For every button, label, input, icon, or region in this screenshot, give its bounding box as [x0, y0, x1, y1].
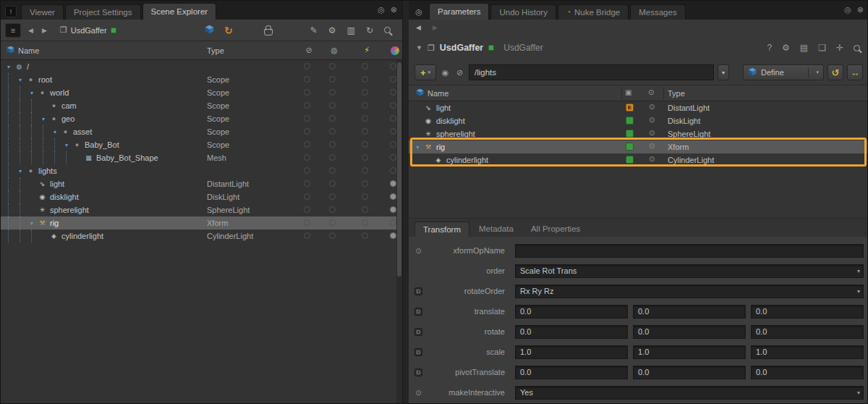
close-panel-icon[interactable]: ⊗	[391, 5, 397, 14]
tree-row-spherelight[interactable]: ✳spherelightSphereLight	[1, 203, 402, 216]
number-field[interactable]: 1.0	[633, 345, 746, 359]
number-field[interactable]: 0.0	[515, 325, 628, 339]
value-source-icon[interactable]: ⊙	[413, 389, 424, 397]
toggle-circle[interactable]	[329, 167, 336, 174]
comment-icon[interactable]: ❏	[818, 43, 826, 53]
connection-icon[interactable]: ⊙	[649, 155, 655, 163]
toggle-circle[interactable]	[390, 232, 396, 239]
toggle-circle[interactable]	[362, 102, 368, 109]
type-column-header[interactable]: Type	[207, 46, 224, 55]
color-column-icon[interactable]	[390, 46, 400, 56]
toggle-circle[interactable]	[362, 89, 368, 96]
number-field[interactable]: 0.0	[633, 305, 746, 319]
dropdown-field[interactable]: Scale Rot Trans▾	[515, 264, 864, 278]
toggle-circle[interactable]	[390, 206, 396, 213]
collapse-icon[interactable]: ▾	[27, 220, 37, 227]
collapse-icon[interactable]: ▾	[4, 64, 14, 70]
tree-row-baby-bot[interactable]: ▾●Baby_BotScope	[1, 138, 402, 151]
fit-width-button[interactable]: ↔	[847, 64, 863, 80]
state-badge[interactable]	[626, 143, 634, 151]
script-menu-icon[interactable]: ≡	[5, 23, 21, 38]
forward-icon[interactable]: ▶	[41, 27, 48, 34]
collapse-icon[interactable]: ▾	[50, 129, 60, 135]
toggle-circle[interactable]	[304, 76, 310, 83]
tree-row-asset[interactable]: ▾●assetScope	[1, 125, 402, 138]
toggle-circle[interactable]	[304, 141, 310, 148]
connection-icon[interactable]: ⊙	[649, 116, 655, 124]
default-badge[interactable]: D	[413, 368, 424, 376]
refresh-icon[interactable]: ↻	[366, 25, 373, 35]
toggle-circle[interactable]	[329, 154, 336, 161]
tab-messages[interactable]: Messages	[630, 4, 685, 20]
dropdown-field[interactable]: Rx Ry Rz▾	[515, 285, 864, 298]
search-icon[interactable]	[854, 45, 860, 51]
tree-row-disklight[interactable]: ◉disklightDiskLight	[1, 190, 402, 203]
connection-column-icon[interactable]: ⊙	[648, 88, 654, 96]
state-column-icon[interactable]: ▣	[625, 88, 631, 96]
tab-scene-explorer[interactable]: Scene Explorer	[142, 3, 217, 20]
text-field[interactable]	[515, 244, 864, 258]
connection-icon[interactable]: ⊙	[649, 142, 655, 150]
name-column-header[interactable]: Name	[18, 46, 39, 55]
type-column-header[interactable]: Type	[668, 89, 685, 98]
toggle-circle[interactable]	[329, 219, 336, 226]
tab-nuke-bridge[interactable]: ◔Nuke Bridge	[558, 4, 629, 20]
connection-icon[interactable]: ⊙	[649, 129, 655, 137]
toggle-circle[interactable]	[304, 180, 310, 187]
node-chip[interactable]: ❐ UsdGaffer	[60, 25, 116, 35]
default-badge[interactable]: D	[413, 348, 424, 356]
tree-scrollbar-thumb[interactable]	[397, 62, 401, 277]
number-field[interactable]: 1.0	[751, 345, 864, 359]
toggle-circle[interactable]	[362, 128, 368, 135]
toggle-circle[interactable]	[329, 232, 336, 239]
default-badge[interactable]: D	[413, 307, 424, 316]
collapse-icon[interactable]: ▾	[61, 142, 72, 148]
toggle-circle[interactable]	[390, 102, 396, 109]
toggle-circle[interactable]	[362, 167, 368, 174]
toggle-circle[interactable]	[390, 63, 396, 70]
toggle-circle[interactable]	[329, 128, 336, 135]
close-panel-icon[interactable]: ⊗	[857, 5, 864, 14]
property-tab-all-properties[interactable]: All Properties	[523, 222, 588, 237]
toggle-circle[interactable]	[390, 128, 396, 135]
toggle-circle[interactable]	[390, 154, 396, 161]
monitor-icon[interactable]: ▤	[800, 43, 808, 53]
default-badge[interactable]: D	[413, 287, 424, 295]
collapse-icon[interactable]: ▾	[15, 168, 25, 174]
toggle-circle[interactable]	[329, 89, 336, 96]
bucket-icon[interactable]	[264, 29, 273, 35]
toggle-circle[interactable]	[362, 180, 368, 187]
toggle-circle[interactable]	[304, 206, 310, 213]
toggle-circle[interactable]	[304, 128, 310, 135]
tree-row-light[interactable]: ⇘lightDistantLight	[1, 177, 402, 190]
panel-splitter[interactable]	[403, 1, 409, 404]
number-field[interactable]: 0.0	[751, 325, 864, 339]
tab-parameters[interactable]: Parameters	[429, 3, 489, 20]
eye-icon[interactable]: ◉	[440, 68, 451, 77]
define-dropdown[interactable]: Define ▾	[743, 64, 824, 80]
toggle-circle[interactable]	[304, 232, 310, 239]
toggle-circle[interactable]	[362, 206, 368, 213]
toggle-circle[interactable]	[390, 219, 396, 226]
alert-icon[interactable]: !	[5, 6, 17, 17]
help-icon[interactable]: ?	[767, 43, 772, 53]
tree-row-geo[interactable]: ▾●geoScope	[1, 112, 402, 125]
state-badge[interactable]	[626, 130, 634, 138]
prim-row-disklight[interactable]: ◉disklight⊙DiskLight	[409, 114, 868, 127]
tab-project-settings[interactable]: Project Settings	[65, 4, 141, 20]
prim-row-light[interactable]: ⇘lightE⊙DistantLight	[409, 101, 868, 114]
solo-column-icon[interactable]: ◍	[329, 46, 339, 55]
detach-panel-icon[interactable]: ◎	[844, 5, 851, 14]
add-prim-button[interactable]: + ▾	[414, 64, 436, 80]
number-field[interactable]: 0.0	[633, 366, 746, 379]
tree-row-lights[interactable]: ▾●lights	[1, 164, 402, 177]
number-field[interactable]: 0.0	[751, 366, 864, 379]
toggle-circle[interactable]	[304, 63, 310, 70]
number-field[interactable]: 0.0	[515, 305, 628, 319]
pin-icon[interactable]: ✛	[836, 43, 843, 53]
mute-icon[interactable]: ⊘	[454, 68, 465, 77]
detach-panel-icon[interactable]: ◎	[378, 5, 385, 14]
toggle-circle[interactable]	[304, 154, 310, 161]
toggle-circle[interactable]	[362, 63, 368, 70]
toggle-circle[interactable]	[329, 141, 336, 148]
